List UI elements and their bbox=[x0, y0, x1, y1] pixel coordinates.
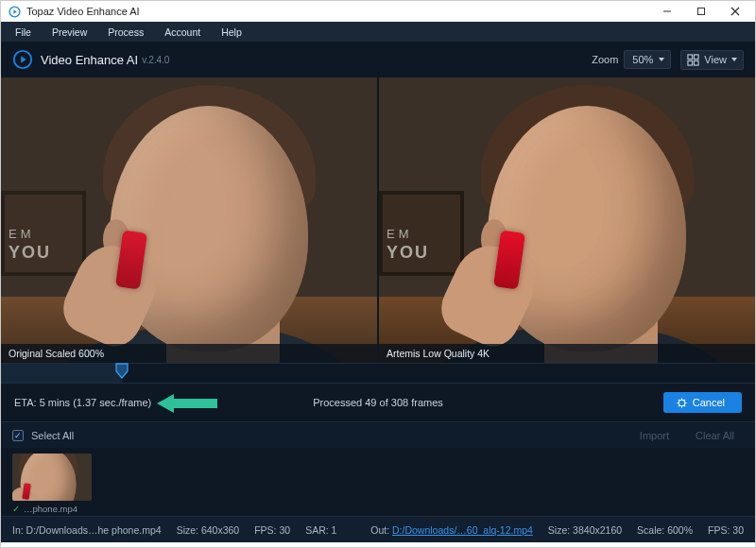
os-title: Topaz Video Enhance AI bbox=[26, 6, 651, 17]
chevron-down-icon bbox=[659, 58, 664, 61]
close-button[interactable] bbox=[719, 2, 751, 21]
svg-line-20 bbox=[684, 399, 685, 400]
progress-row: ETA: 5 mins (1.37 sec./frame) Processed … bbox=[1, 384, 755, 421]
svg-rect-8 bbox=[688, 54, 693, 59]
queue-body: ✓ …phone.mp4 bbox=[1, 448, 755, 516]
preview-left-label: Original Scaled 600% bbox=[1, 344, 377, 363]
toolbar: Video Enhance AI v.2.4.0 Zoom 50% View bbox=[1, 42, 755, 77]
status-in: In: D:/Downloads…he phone.mp4 bbox=[12, 524, 162, 536]
minimize-button[interactable] bbox=[651, 2, 683, 21]
svg-rect-3 bbox=[698, 9, 705, 15]
zoom-label: Zoom bbox=[592, 54, 618, 65]
gear-icon bbox=[677, 398, 687, 408]
timeline[interactable] bbox=[1, 363, 755, 384]
app-title: Video Enhance AI bbox=[41, 53, 138, 67]
cancel-button[interactable]: Cancel bbox=[663, 392, 742, 413]
svg-rect-9 bbox=[695, 54, 699, 59]
grid-icon bbox=[687, 54, 699, 66]
status-out-fps: FPS: 30 bbox=[708, 524, 744, 536]
chevron-down-icon bbox=[731, 58, 737, 61]
timeline-handle-icon[interactable] bbox=[114, 362, 129, 379]
timeline-progress bbox=[1, 364, 122, 383]
preview-left[interactable]: EMYOU Original Scaled 600% bbox=[1, 77, 377, 363]
status-in-sar: SAR: 1 bbox=[305, 524, 336, 536]
app-logo-icon bbox=[12, 49, 33, 70]
menu-process[interactable]: Process bbox=[97, 26, 154, 38]
eta-text: ETA: 5 mins (1.37 sec./frame) bbox=[14, 397, 151, 408]
thumbnail-image bbox=[12, 454, 92, 501]
menu-bar: File Preview Process Account Help bbox=[1, 22, 755, 42]
zoom-dropdown[interactable]: 50% bbox=[624, 50, 671, 69]
menu-help[interactable]: Help bbox=[211, 26, 252, 38]
status-in-fps: FPS: 30 bbox=[254, 524, 290, 536]
svg-rect-11 bbox=[695, 60, 699, 65]
callout-arrow-icon bbox=[157, 392, 217, 417]
app-logo-icon bbox=[9, 6, 21, 18]
select-all-checkbox[interactable] bbox=[12, 430, 24, 441]
status-out-scale: Scale: 600% bbox=[637, 524, 693, 536]
zoom-value: 50% bbox=[632, 54, 653, 65]
app-version: v.2.4.0 bbox=[142, 55, 169, 65]
status-out: Out: D:/Downloads/…60_alq-12.mp4 bbox=[370, 524, 533, 536]
clear-all-button[interactable]: Clear All bbox=[686, 428, 744, 443]
cancel-label: Cancel bbox=[693, 397, 725, 408]
status-in-size: Size: 640x360 bbox=[177, 524, 240, 536]
svg-line-18 bbox=[679, 399, 679, 400]
thumbnail-caption: …phone.mp4 bbox=[24, 504, 77, 514]
preview-area: EMYOU Original Scaled 600% EMYOU Artemis… bbox=[1, 77, 755, 363]
menu-preview[interactable]: Preview bbox=[42, 26, 97, 38]
view-label: View bbox=[704, 54, 727, 65]
import-button[interactable]: Import bbox=[630, 428, 679, 443]
os-titlebar: Topaz Video Enhance AI bbox=[1, 1, 755, 22]
svg-marker-7 bbox=[21, 56, 26, 62]
preview-right[interactable]: EMYOU Artemis Low Quality 4K bbox=[379, 77, 755, 363]
menu-file[interactable]: File bbox=[5, 26, 42, 38]
svg-marker-1 bbox=[13, 9, 16, 13]
maximize-button[interactable] bbox=[685, 2, 717, 21]
menu-account[interactable]: Account bbox=[154, 26, 211, 38]
queue-thumbnail[interactable]: ✓ …phone.mp4 bbox=[12, 454, 92, 514]
svg-rect-10 bbox=[688, 60, 693, 65]
status-bar: In: D:/Downloads…he phone.mp4 Size: 640x… bbox=[1, 516, 755, 542]
select-all-label[interactable]: Select All bbox=[31, 430, 74, 441]
svg-marker-12 bbox=[157, 394, 217, 413]
svg-line-19 bbox=[684, 405, 685, 406]
svg-line-21 bbox=[679, 405, 679, 406]
view-dropdown[interactable]: View bbox=[680, 50, 744, 70]
processed-text: Processed 49 of 308 frames bbox=[313, 397, 443, 408]
preview-right-label: Artemis Low Quality 4K bbox=[379, 344, 755, 363]
svg-point-13 bbox=[679, 400, 685, 406]
queue-header: Select All Import Clear All bbox=[1, 421, 755, 448]
status-out-size: Size: 3840x2160 bbox=[548, 524, 622, 536]
output-path-link[interactable]: D:/Downloads/…60_alq-12.mp4 bbox=[392, 524, 533, 536]
app-window: Topaz Video Enhance AI File Preview Proc… bbox=[0, 0, 756, 548]
check-icon: ✓ bbox=[12, 504, 20, 514]
